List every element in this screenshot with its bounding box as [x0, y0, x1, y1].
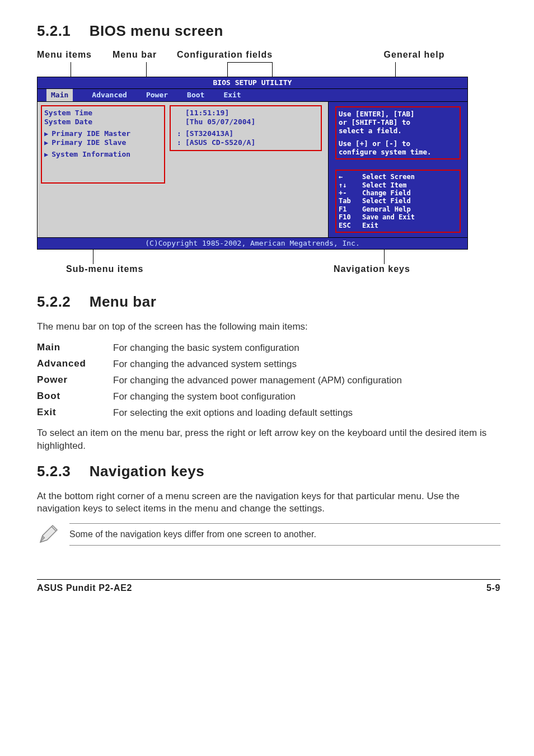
help-line: Use [ENTER], [TAB] [339, 110, 457, 118]
menubar-items-table: MainFor changing the basic system config… [37, 340, 427, 421]
nav-label: General Help [362, 205, 411, 213]
arrow-left-icon: ← [339, 173, 362, 181]
arrows-updown-icon: ↑↓ [339, 181, 362, 189]
heading-522-title: Menu bar [90, 293, 157, 310]
page-footer: ASUS Pundit P2-AE2 5-9 [37, 579, 500, 593]
label-navigation-keys: Navigation keys [334, 264, 410, 274]
menuitem-primary-ide-master[interactable]: ▶Primary IDE Master [44, 129, 162, 138]
help-line: Use [+] or [-] to [339, 139, 457, 148]
help-line: select a field. [339, 126, 457, 135]
label-menu-items: Menu items [37, 50, 113, 60]
nav-label: Select Screen [362, 173, 415, 181]
bios-tab-exit[interactable]: Exit [223, 89, 241, 101]
callout-menu-items: System Time System Date ▶Primary IDE Mas… [41, 105, 165, 184]
item-key: Advanced [37, 356, 107, 373]
footer-product: ASUS Pundit P2-AE2 [37, 583, 132, 593]
submenu-chevron-icon: ▶ [44, 151, 51, 158]
callout-connectors-bottom [37, 250, 468, 264]
bios-copyright: (C)Copyright 1985-2002, American Megatre… [38, 237, 467, 249]
menuitem-primary-ide-slave[interactable]: ▶Primary IDE Slave [44, 138, 162, 147]
note-text: Some of the navigation keys differ from … [69, 523, 500, 546]
menuitem-system-time[interactable]: System Time [44, 109, 162, 118]
bios-left-pane: System Time System Date ▶Primary IDE Mas… [38, 102, 329, 237]
item-desc: For changing the basic system configurat… [107, 340, 427, 356]
heading-521-title: BIOS menu screen [90, 22, 223, 39]
label-config-fields: Configuration fields [177, 50, 328, 60]
nav-key: ESC [339, 222, 362, 229]
item-desc: For changing the advanced system setting… [107, 356, 427, 373]
item-desc: For selecting the exit options and loadi… [107, 405, 427, 421]
diagram-top-labels: Menu items Menu bar Configuration fields… [37, 50, 500, 60]
callout-connectors-top [37, 62, 500, 77]
bios-tab-power[interactable]: Power [146, 89, 168, 101]
diagram-bottom-labels: Sub-menu items Navigation keys [37, 264, 468, 276]
callout-navigation-keys: ←Select Screen ↑↓Select Item +-Change Fi… [335, 170, 461, 233]
value-system-date[interactable]: [Thu 05/07/2004] [185, 118, 255, 126]
submenu-chevron-icon: ▶ [44, 130, 51, 138]
value-ide-slave: [ASUS CD-S520/A] [185, 138, 255, 147]
callout-general-help: Use [ENTER], [TAB] or [SHIFT-TAB] to sel… [335, 106, 461, 159]
menubar-intro: The menu bar on top of the screen has th… [37, 321, 500, 334]
label-submenu-items: Sub-menu items [66, 264, 143, 274]
submenu-chevron-icon: ▶ [44, 139, 51, 147]
navkeys-body: At the bottom right corner of a menu scr… [37, 490, 500, 516]
nav-label: Change Field [362, 189, 411, 197]
nav-label: Exit [362, 222, 378, 229]
menuitem-system-information[interactable]: ▶System Information [44, 150, 162, 159]
value-ide-master: [ST320413A] [185, 129, 233, 138]
pencil-icon [37, 523, 59, 546]
label-general-help: General help [328, 50, 500, 60]
heading-521: 5.2.1 BIOS menu screen [37, 22, 500, 40]
heading-522-num: 5.2.2 [37, 293, 85, 311]
nav-key: F10 [339, 213, 362, 221]
bios-menu-bar: Main Advanced Power Boot Exit [38, 89, 467, 102]
heading-523-title: Navigation keys [90, 463, 204, 480]
nav-label: Save and Exit [362, 213, 415, 221]
item-desc: For changing the system boot configurati… [107, 389, 427, 405]
item-key: Boot [37, 389, 107, 405]
heading-522: 5.2.2 Menu bar [37, 293, 500, 311]
label-menu-bar: Menu bar [113, 50, 177, 60]
nav-label: Select Item [362, 181, 406, 189]
bios-tab-advanced[interactable]: Advanced [92, 89, 127, 101]
nav-label: Select Field [362, 197, 411, 205]
heading-521-num: 5.2.1 [37, 22, 85, 40]
callout-config-fields: [11:51:19] [Thu 05/07/2004] :[ST320413A]… [170, 105, 322, 151]
note-box: Some of the navigation keys differ from … [37, 523, 500, 546]
item-key: Main [37, 340, 107, 356]
bios-tab-boot[interactable]: Boot [187, 89, 204, 101]
help-line: configure system time. [339, 148, 457, 156]
nav-key: Tab [339, 197, 362, 205]
bios-tab-main[interactable]: Main [46, 89, 73, 101]
heading-523: 5.2.3 Navigation keys [37, 463, 500, 480]
nav-key: F1 [339, 205, 362, 213]
bios-title: BIOS SETUP UTILITY [38, 77, 467, 89]
heading-523-num: 5.2.3 [37, 463, 85, 480]
bios-right-pane: Use [ENTER], [TAB] or [SHIFT-TAB] to sel… [329, 102, 467, 237]
bios-screenshot: BIOS SETUP UTILITY Main Advanced Power B… [37, 77, 468, 250]
menubar-outro: To select an item on the menu bar, press… [37, 427, 500, 453]
item-key: Exit [37, 405, 107, 421]
item-key: Power [37, 373, 107, 389]
nav-key: +- [339, 189, 362, 197]
menuitem-system-date[interactable]: System Date [44, 118, 162, 126]
footer-page-number: 5-9 [486, 583, 500, 593]
value-system-time[interactable]: [11:51:19] [185, 109, 229, 117]
help-line: or [SHIFT-TAB] to [339, 118, 457, 126]
item-desc: For changing the advanced power manageme… [107, 373, 427, 389]
